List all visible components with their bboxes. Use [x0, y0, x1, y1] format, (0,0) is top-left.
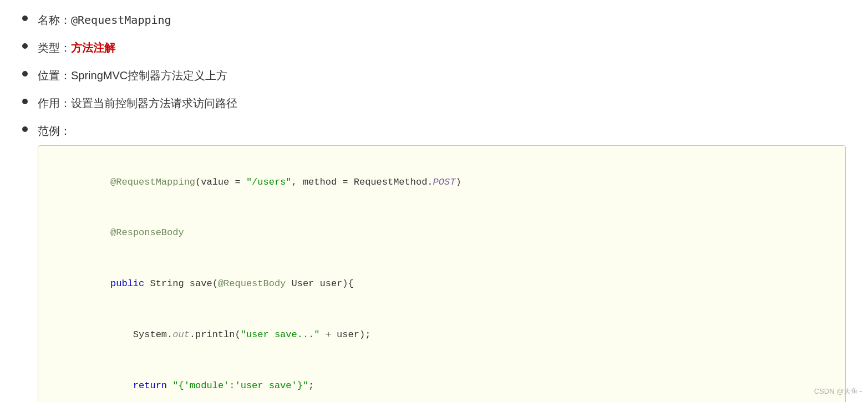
- item-example-content: 范例： @RequestMapping(value = "/users", me…: [38, 122, 846, 402]
- list-item-example: 范例： @RequestMapping(value = "/users", me…: [22, 122, 846, 402]
- code-string-module: "{'module':'user save'}": [172, 380, 308, 391]
- code-plain-9: [110, 380, 133, 391]
- bullet-dot: [22, 99, 28, 104]
- code-annotation-requestbody: @RequestBody: [218, 278, 286, 289]
- main-list: 名称：@RequestMapping 类型：方法注解 位置：SpringMVC控…: [22, 11, 846, 402]
- code-post-value: POST: [433, 177, 456, 187]
- code-line-2: @ResponseBody: [54, 208, 830, 259]
- code-line-3: public String save(@RequestBody User use…: [54, 259, 830, 310]
- list-item-usage: 作用：设置当前控制器方法请求访问路径: [22, 94, 846, 112]
- value-location: SpringMVC控制器方法定义上方: [71, 69, 227, 82]
- watermark: CSDN @大鱼~: [814, 386, 862, 396]
- bullet-dot: [22, 71, 28, 77]
- code-line-4: System.out.println("user save..." + user…: [54, 309, 830, 360]
- list-item-type: 类型：方法注解: [22, 39, 846, 57]
- code-plain-8: + user);: [320, 329, 371, 340]
- code-plain-11: ;: [308, 380, 314, 391]
- item-location-content: 位置：SpringMVC控制器方法定义上方: [38, 67, 846, 84]
- code-plain-2: , method = RequestMethod.: [292, 177, 433, 187]
- item-name-content: 名称：@RequestMapping: [38, 11, 846, 29]
- code-annotation-requestmapping: @RequestMapping: [110, 177, 195, 187]
- code-string-users: "/users": [246, 177, 292, 187]
- list-item-location: 位置：SpringMVC控制器方法定义上方: [22, 67, 846, 84]
- code-plain-6: System.: [110, 329, 172, 340]
- code-keyword-public: public: [110, 278, 144, 289]
- bullet-dot: [22, 43, 28, 49]
- code-plain-7: .println(: [190, 329, 241, 340]
- label-location: 位置：: [38, 69, 71, 82]
- code-plain-4: String save(: [144, 278, 218, 289]
- code-plain-5: User user){: [286, 278, 353, 289]
- code-plain-10: [167, 380, 172, 391]
- label-example: 范例：: [38, 125, 71, 137]
- code-plain-1: (value =: [195, 177, 246, 187]
- label-usage: 作用：: [38, 97, 71, 109]
- code-block: @RequestMapping(value = "/users", method…: [38, 145, 846, 402]
- item-type-content: 类型：方法注解: [38, 39, 846, 57]
- code-keyword-return: return: [133, 380, 167, 391]
- code-line-5: return "{'module':'user save'}";: [54, 360, 830, 402]
- bullet-dot: [22, 16, 28, 21]
- label-name: 名称：: [38, 14, 71, 26]
- label-type: 类型：: [38, 42, 71, 54]
- value-name: @RequestMapping: [71, 13, 171, 27]
- code-annotation-responsebody: @ResponseBody: [110, 227, 184, 238]
- list-item-name: 名称：@RequestMapping: [22, 11, 846, 29]
- code-italic-out: out: [172, 329, 190, 340]
- code-line-1: @RequestMapping(value = "/users", method…: [54, 157, 830, 208]
- bullet-dot: [22, 126, 28, 132]
- value-usage: 设置当前控制器方法请求访问路径: [71, 97, 237, 109]
- value-type: 方法注解: [71, 42, 115, 54]
- code-plain-3: ): [455, 177, 461, 187]
- item-usage-content: 作用：设置当前控制器方法请求访问路径: [38, 94, 846, 112]
- code-string-user-save: "user save...": [241, 329, 320, 340]
